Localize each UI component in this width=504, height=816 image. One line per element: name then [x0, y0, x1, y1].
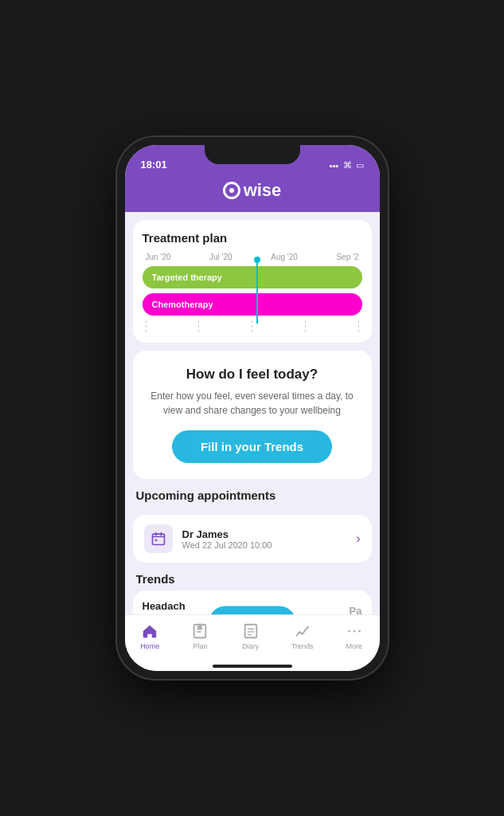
- svg-point-6: [353, 630, 355, 633]
- logo-label: wise: [244, 180, 282, 201]
- home-bar: [125, 660, 380, 671]
- nav-item-trends[interactable]: Trends: [291, 622, 314, 650]
- timeline-label-jul: Jul '20: [209, 253, 232, 261]
- feel-today-title: How do I feel today?: [146, 367, 359, 382]
- svg-point-7: [358, 630, 361, 633]
- targeted-therapy-bar: Targeted therapy: [143, 266, 362, 288]
- diary-nav-label: Diary: [242, 642, 259, 650]
- trends-section-title: Trends: [125, 563, 380, 590]
- appointment-datetime: Wed 22 Jul 2020 10:00: [182, 540, 347, 550]
- appointment-chevron-icon: ›: [356, 532, 360, 546]
- more-nav-label: More: [346, 642, 363, 650]
- dashed-line-2: [198, 320, 199, 333]
- more-nav-icon: [345, 622, 364, 641]
- nav-item-more[interactable]: More: [345, 622, 364, 650]
- svg-point-5: [348, 630, 350, 633]
- timeline-bar-container: Targeted therapy Chemotherapy: [143, 266, 362, 333]
- dashed-line-4: [305, 320, 306, 333]
- svg-rect-0: [152, 534, 164, 544]
- dashed-lines: [143, 320, 362, 333]
- dashed-line-1: [146, 320, 147, 333]
- treatment-plan-title: Treatment plan: [143, 231, 362, 245]
- feel-today-card: How do I feel today? Enter how you feel,…: [133, 351, 372, 479]
- home-nav-icon: [140, 622, 159, 641]
- logo: wise: [223, 180, 282, 201]
- trend-partial-right: Pa: [350, 605, 362, 614]
- home-indicator: [213, 665, 292, 668]
- timeline-label-jun: Jun '20: [146, 253, 171, 261]
- fill-trends-button[interactable]: Fill in your Trends: [172, 430, 332, 463]
- trends-section: Trends Headach 14 Jul15 Jul6 Jul6 Jul6 J…: [125, 563, 380, 614]
- home-nav-label: Home: [140, 642, 159, 650]
- app-header: wise: [125, 174, 380, 212]
- svg-rect-4: [244, 625, 256, 638]
- targeted-therapy-label: Targeted therapy: [152, 273, 222, 282]
- appointments-section-title: Upcoming appointments: [125, 479, 380, 507]
- timeline-cursor: [256, 260, 258, 324]
- appointment-item[interactable]: Dr James Wed 22 Jul 2020 10:00 ›: [133, 515, 372, 563]
- nav-item-plan[interactable]: Plan: [190, 622, 209, 650]
- add-button[interactable]: ＋ Add: [209, 606, 295, 615]
- svg-rect-3: [198, 626, 203, 629]
- add-icon: ＋: [231, 614, 244, 615]
- nav-item-diary[interactable]: Diary: [241, 622, 260, 650]
- bottom-nav: Home Plan: [125, 614, 380, 660]
- appointment-info: Dr James Wed 22 Jul 2020 10:00: [182, 528, 347, 550]
- appointment-icon: [144, 524, 173, 553]
- plan-nav-label: Plan: [193, 642, 207, 650]
- dashed-line-5: [358, 320, 359, 333]
- timeline-labels: Jun '20 Jul '20 Aug '20 Sep '2: [143, 253, 362, 261]
- chemotherapy-label: Chemotherapy: [152, 300, 213, 309]
- phone-frame: 18:01 ▪▪▪ ⌘ ▭ wise Treatment plan Jun '2…: [117, 137, 388, 679]
- chemotherapy-bar: Chemotherapy: [143, 293, 362, 316]
- trends-nav-label: Trends: [291, 642, 314, 650]
- plan-nav-icon: [190, 622, 209, 641]
- svg-rect-1: [154, 539, 157, 542]
- timeline-label-aug: Aug '20: [271, 253, 298, 261]
- diary-nav-icon: [241, 622, 260, 641]
- phone-screen: 18:01 ▪▪▪ ⌘ ▭ wise Treatment plan Jun '2…: [125, 145, 380, 671]
- cursor-dot: [254, 257, 260, 263]
- notch: [205, 145, 300, 164]
- signal-icon: ▪▪▪: [330, 161, 339, 171]
- treatment-plan-card: Treatment plan Jun '20 Jul '20 Aug '20 S…: [133, 220, 372, 343]
- calendar-icon: [150, 531, 166, 547]
- trends-nav-icon: [293, 622, 312, 641]
- appointment-doctor-name: Dr James: [182, 528, 347, 540]
- status-icons: ▪▪▪ ⌘ ▭: [330, 160, 364, 171]
- scroll-content[interactable]: Treatment plan Jun '20 Jul '20 Aug '20 S…: [125, 212, 380, 614]
- timeline-label-sep: Sep '2: [336, 253, 358, 261]
- battery-icon: ▭: [356, 160, 364, 171]
- wifi-icon: ⌘: [343, 160, 352, 171]
- trends-card: Headach 14 Jul15 Jul6 Jul6 Jul6 Jul9 Jul…: [133, 590, 372, 614]
- dashed-line-3: [252, 320, 252, 333]
- logo-icon: [223, 182, 240, 199]
- status-time: 18:01: [141, 159, 167, 171]
- nav-item-home[interactable]: Home: [140, 622, 159, 650]
- feel-today-description: Enter how you feel, even several times a…: [146, 389, 359, 418]
